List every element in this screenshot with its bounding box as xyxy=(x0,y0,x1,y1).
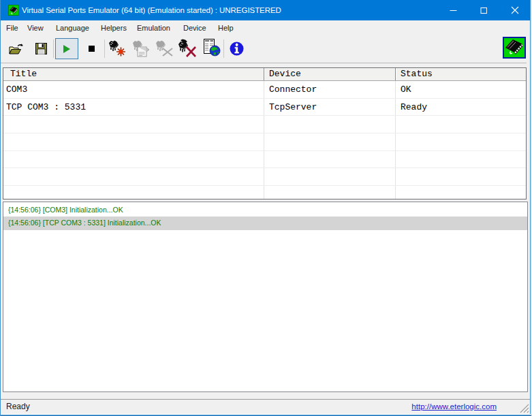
device-row[interactable]: TCP COM3 : 5331TcpServerReady xyxy=(3,99,526,116)
minimize-button[interactable] xyxy=(438,0,469,20)
device-properties-button[interactable] xyxy=(129,37,151,60)
device-row-empty xyxy=(3,186,526,199)
device-properties-icon xyxy=(130,38,151,59)
vspe-logo xyxy=(503,37,526,59)
save-floppy-icon xyxy=(35,43,47,54)
cell-device xyxy=(264,186,396,199)
device-table-header: Title Device Status xyxy=(3,68,526,81)
list-globe-icon xyxy=(201,38,221,59)
cell-title xyxy=(3,186,264,199)
device-row[interactable]: COM3ConnectorOK xyxy=(3,81,526,99)
about-button[interactable] xyxy=(225,38,247,59)
menu-language[interactable]: Language xyxy=(56,20,89,35)
device-list-button[interactable] xyxy=(200,37,222,60)
device-row-empty xyxy=(3,116,526,133)
cell-title: TCP COM3 : 5331 xyxy=(3,99,264,116)
cell-device xyxy=(264,133,396,150)
stop-emulation-button[interactable] xyxy=(80,38,102,59)
titlebar: Virtual Serial Ports Emulator (64 bit) (… xyxy=(1,0,530,20)
cell-status xyxy=(396,133,526,150)
toolbar-separator xyxy=(53,39,54,58)
app-icon xyxy=(8,5,19,16)
device-delete-all-icon xyxy=(176,38,197,59)
log-panel[interactable]: {14:56:06} [COM3] Initialization...OK{14… xyxy=(3,202,528,392)
log-entry[interactable]: {14:56:06} [TCP COM3 : 5331] Initializat… xyxy=(3,217,527,229)
cell-device xyxy=(264,168,396,185)
window-title: Virtual Serial Ports Emulator (64 bit) (… xyxy=(22,0,281,20)
toolbar-bottom-separator xyxy=(1,63,527,63)
resize-grip-icon[interactable] xyxy=(518,402,529,413)
maximize-icon xyxy=(480,7,488,14)
cell-status xyxy=(396,116,526,133)
start-emulation-button[interactable] xyxy=(55,38,78,59)
toolbar-separator xyxy=(223,39,224,58)
minimize-icon xyxy=(450,7,457,14)
device-table[interactable]: Title Device Status COM3ConnectorOKTCP C… xyxy=(3,67,527,199)
open-folder-icon xyxy=(9,43,25,55)
column-header-device[interactable]: Device xyxy=(264,68,396,80)
stop-icon xyxy=(89,46,95,52)
column-header-status[interactable]: Status xyxy=(396,68,526,80)
menu-view[interactable]: View xyxy=(27,20,44,35)
cell-status: Ready xyxy=(396,99,526,116)
statusbar: Ready http://www.eterlogic.com xyxy=(1,400,530,414)
log-entry[interactable]: {14:56:06} [COM3] Initialization...OK xyxy=(3,204,527,217)
menu-help[interactable]: Help xyxy=(218,20,234,35)
device-delete-icon xyxy=(153,38,174,59)
cell-title: COM3 xyxy=(3,81,264,98)
cell-status: OK xyxy=(396,81,526,98)
menu-helpers[interactable]: Helpers xyxy=(101,20,127,35)
cell-device xyxy=(264,151,396,168)
close-icon xyxy=(511,6,519,14)
status-text: Ready xyxy=(6,400,30,414)
device-row-empty xyxy=(3,168,526,186)
device-row-empty xyxy=(3,133,526,151)
cell-title xyxy=(3,133,264,150)
create-device-button[interactable] xyxy=(106,37,127,60)
delete-device-button[interactable] xyxy=(153,37,174,60)
open-button[interactable] xyxy=(6,38,28,59)
cell-title xyxy=(3,151,264,168)
device-row-empty xyxy=(3,151,526,169)
save-button[interactable] xyxy=(30,38,52,59)
delete-all-devices-button[interactable] xyxy=(176,37,198,60)
toolbar-separator xyxy=(104,39,105,58)
menubar: File View Language Helpers Emulation Dev… xyxy=(1,20,530,35)
device-new-icon xyxy=(106,38,127,59)
maximize-button[interactable] xyxy=(469,0,499,20)
close-button[interactable] xyxy=(499,0,530,20)
statusbar-link[interactable]: http://www.eterlogic.com xyxy=(411,400,497,414)
cell-status xyxy=(396,168,526,185)
menu-file[interactable]: File xyxy=(6,20,18,35)
cell-title xyxy=(3,168,264,185)
cell-status xyxy=(396,151,526,168)
app-window: Virtual Serial Ports Emulator (64 bit) (… xyxy=(0,0,531,416)
cell-device: TcpServer xyxy=(264,99,396,116)
info-icon xyxy=(230,42,244,56)
menu-emulation[interactable]: Emulation xyxy=(137,20,170,35)
play-icon xyxy=(62,44,72,54)
menu-device[interactable]: Device xyxy=(183,20,206,35)
cell-title xyxy=(3,116,264,133)
cell-device xyxy=(264,116,396,133)
device-table-body: COM3ConnectorOKTCP COM3 : 5331TcpServerR… xyxy=(3,81,526,199)
column-header-title[interactable]: Title xyxy=(3,68,264,80)
cell-status xyxy=(396,186,526,199)
cell-device: Connector xyxy=(264,81,396,98)
